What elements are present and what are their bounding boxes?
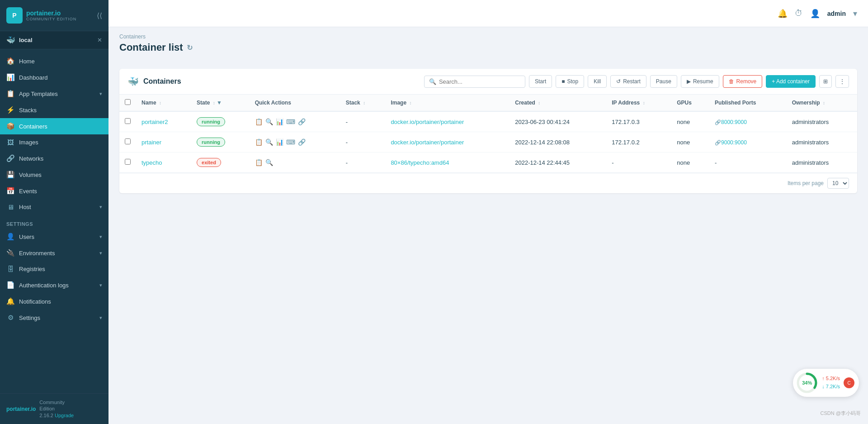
qa-inspect-icon-1[interactable]: 🔍 [265,138,273,146]
cpu-circle: 34% [796,372,818,394]
qa-stats-icon-0[interactable]: 📊 [276,118,283,125]
col-state-sort-icon[interactable]: ↕ [213,100,215,105]
col-created[interactable]: Created ↕ [509,95,606,111]
col-ownership-sort-icon[interactable]: ↕ [823,100,825,105]
sidebar-item-home[interactable]: 🏠 Home [0,53,108,69]
add-container-button[interactable]: + Add container [766,75,816,88]
sidebar-item-notifications[interactable]: 🔔 Notifications [0,293,108,310]
admin-label[interactable]: admin [827,10,846,17]
sidebar-item-dashboard[interactable]: 📊 Dashboard [0,69,108,86]
pause-button[interactable]: Pause [650,75,677,88]
restart-icon: ↺ [616,78,621,85]
col-stack[interactable]: Stack ↕ [340,95,386,111]
sidebar-item-stacks[interactable]: ⚡ Stacks [0,102,108,118]
col-ownership[interactable]: Ownership ↕ [787,95,857,111]
sidebar-item-volumes[interactable]: 💾 Volumes [0,167,108,183]
collapse-sidebar-button[interactable]: ⟨⟨ [97,11,102,20]
qa-logs-icon-2[interactable]: 📋 [255,159,263,166]
sidebar-item-app-templates[interactable]: 📋 App Templates ▾ [0,86,108,102]
select-all-checkbox[interactable] [125,99,131,105]
sidebar-item-users[interactable]: 👤 Users ▾ [0,229,108,245]
col-name-label: Name [142,100,156,106]
environment-selector[interactable]: 🐳 local ✕ [0,31,108,49]
search-input[interactable] [439,78,520,85]
qa-inspect-icon-0[interactable]: 🔍 [265,118,273,125]
search-box[interactable]: 🔍 [424,76,525,88]
col-image[interactable]: Image ↕ [385,95,509,111]
footer-edition-text: CommunityEdition [39,399,74,412]
environment-name: local [19,37,33,43]
col-name[interactable]: Name ↕ [136,95,191,111]
row-checkbox-0[interactable] [125,118,131,124]
qa-exec-icon-1[interactable]: ⌨ [286,138,295,146]
resume-button[interactable]: ▶ Resume [681,75,719,88]
qa-attach-icon-1[interactable]: 🔗 [298,138,306,146]
upload-arrow-icon: ↑ [822,376,826,381]
qa-attach-icon-0[interactable]: 🔗 [298,118,306,125]
net-download-stat: ↓ 7.2K/s [822,383,840,391]
state-badge-2: exited [197,158,221,167]
panel-header: 🐳 Containers 🔍 Start ■ Stop Kill ↺ [119,69,857,95]
content-area: 🐳 Containers 🔍 Start ■ Stop Kill ↺ [108,58,868,424]
table-footer: Items per page 10 25 50 [119,173,857,193]
more-options-button[interactable]: ⋮ [835,75,849,88]
row-checkbox-1[interactable] [125,138,131,144]
refresh-button[interactable]: ↻ [187,43,193,52]
csdn-avatar: C [844,377,854,388]
admin-dropdown-icon[interactable]: ▾ [853,9,857,19]
user-icon[interactable]: 👤 [810,9,820,19]
image-link-2[interactable]: 80×86/typecho:amd64 [391,159,449,166]
col-ip[interactable]: IP Address ↕ [606,95,671,111]
sidebar-item-host[interactable]: 🖥 Host ▾ [0,199,108,215]
qa-stats-icon-1[interactable]: 📊 [276,138,283,146]
timer-icon[interactable]: ⏱ [795,9,803,18]
stop-button[interactable]: ■ Stop [556,75,584,88]
qa-inspect-icon-2[interactable]: 🔍 [265,159,273,166]
container-name-link-0[interactable]: portainer2 [142,119,168,125]
col-stack-sort-icon[interactable]: ↕ [363,100,365,105]
row-checkbox-2[interactable] [125,159,131,165]
sidebar-item-networks[interactable]: 🔗 Networks [0,150,108,167]
start-button[interactable]: Start [529,75,552,88]
port-link-0[interactable]: 8000:9000 [715,119,747,125]
select-all-header[interactable] [119,95,136,111]
row-checkbox-cell[interactable] [119,132,136,152]
sidebar-item-events[interactable]: 📅 Events [0,183,108,199]
col-name-sort-icon[interactable]: ↕ [159,100,161,105]
sidebar-item-environments[interactable]: 🔌 Environments ▾ [0,245,108,261]
row-checkbox-cell[interactable] [119,111,136,132]
remove-button[interactable]: 🗑 Remove [723,75,763,88]
port-link-1[interactable]: 9000:9000 [715,139,747,146]
qa-logs-icon-1[interactable]: 📋 [255,138,263,146]
logo-text: portainer.io COMMUNITY EDITION [26,10,76,21]
sidebar-item-settings-label: Settings [19,314,40,321]
environment-close-button[interactable]: ✕ [97,37,102,43]
row-checkbox-cell[interactable] [119,152,136,173]
sidebar-item-images[interactable]: 🖼 Images [0,134,108,150]
row-created-0: 2023-06-23 00:41:24 [509,111,606,132]
qa-exec-icon-0[interactable]: ⌨ [286,118,295,125]
sidebar-item-registries[interactable]: 🗄 Registries [0,261,108,277]
cpu-widget[interactable]: 34% ↑ 5.2K/s ↓ 7.2K/s C [793,369,859,397]
kill-button[interactable]: Kill [588,75,607,88]
container-name-link-1[interactable]: prtainer [142,139,161,146]
col-created-sort-icon[interactable]: ↕ [538,100,540,105]
col-image-sort-icon[interactable]: ↕ [409,100,411,105]
col-state[interactable]: State ↕ ▼ [191,95,250,111]
row-gpus-2: none [671,152,709,173]
bell-icon[interactable]: 🔔 [778,9,788,19]
columns-button[interactable]: ⊞ [819,75,832,88]
upgrade-link[interactable]: Upgrade [55,413,74,418]
sidebar-item-settings[interactable]: ⚙ Settings ▾ [0,310,108,326]
qa-logs-icon-0[interactable]: 📋 [255,118,263,125]
col-ip-sort-icon[interactable]: ↕ [643,100,645,105]
restart-button[interactable]: ↺ Restart [610,75,646,88]
col-state-filter-icon[interactable]: ▼ [217,100,222,106]
items-per-page-select[interactable]: 10 25 50 [827,178,849,189]
image-link-1[interactable]: docker.io/portainer/portainer [391,139,464,146]
logo-edition: COMMUNITY EDITION [26,17,76,21]
image-link-0[interactable]: docker.io/portainer/portainer [391,119,464,125]
container-name-link-2[interactable]: typecho [142,159,162,166]
sidebar-item-containers[interactable]: 📦 Containers [0,118,108,134]
sidebar-item-auth-logs[interactable]: 📄 Authentication logs ▾ [0,277,108,293]
